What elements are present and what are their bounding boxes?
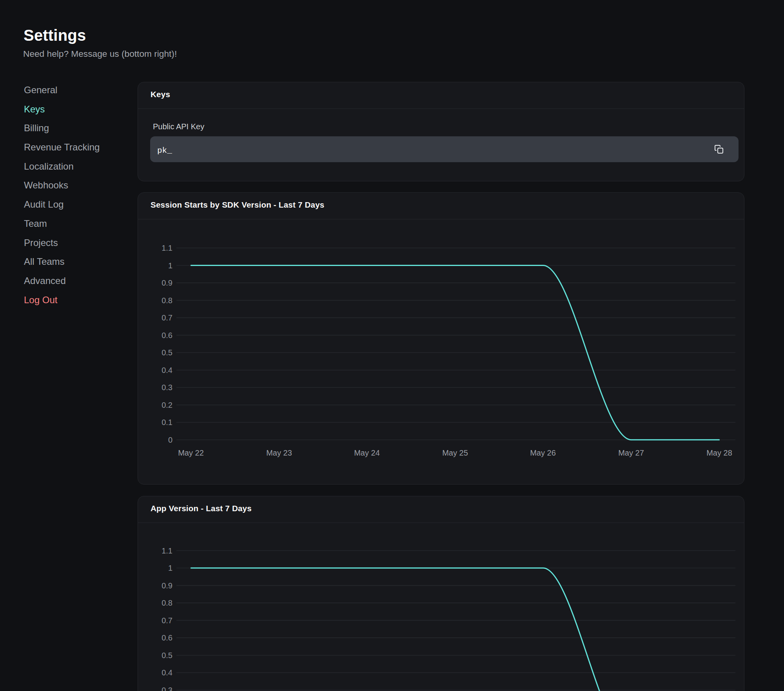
svg-text:1: 1: [168, 564, 172, 572]
svg-text:0.4: 0.4: [162, 668, 172, 677]
svg-text:0.6: 0.6: [162, 633, 172, 642]
svg-text:0.9: 0.9: [162, 581, 172, 590]
svg-text:0.8: 0.8: [162, 599, 172, 607]
svg-text:1.1: 1.1: [162, 546, 172, 555]
svg-text:0.7: 0.7: [162, 616, 172, 625]
svg-text:0.3: 0.3: [162, 686, 172, 691]
svg-text:0.5: 0.5: [162, 651, 172, 660]
